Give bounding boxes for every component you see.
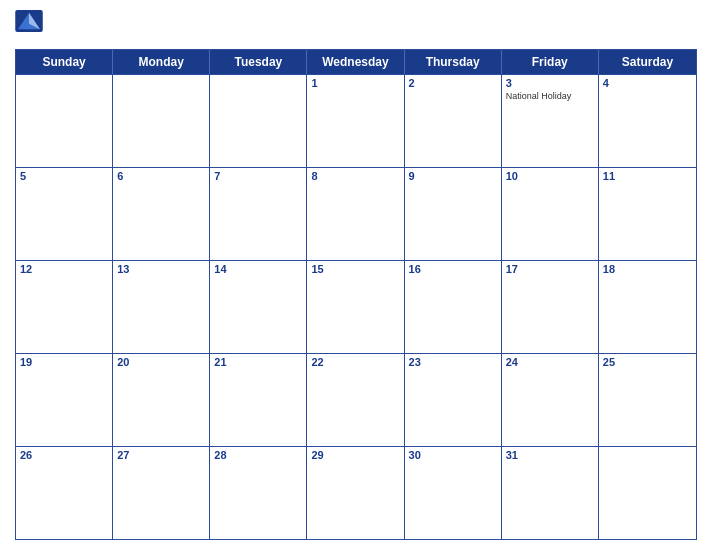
day-cell-empty-0 [16, 75, 113, 167]
day-cell-30: 30 [405, 447, 502, 539]
day-number: 8 [311, 170, 399, 182]
day-number: 9 [409, 170, 497, 182]
day-cell-25: 25 [599, 354, 696, 446]
day-number: 16 [409, 263, 497, 275]
day-cell-13: 13 [113, 261, 210, 353]
week-row-4: 262728293031 [16, 446, 696, 539]
day-number: 18 [603, 263, 692, 275]
week-row-2: 12131415161718 [16, 260, 696, 353]
day-cell-empty-2 [210, 75, 307, 167]
week-row-3: 19202122232425 [16, 353, 696, 446]
day-cell-17: 17 [502, 261, 599, 353]
day-number: 3 [506, 77, 594, 89]
day-number: 23 [409, 356, 497, 368]
day-header-friday: Friday [502, 50, 599, 74]
day-cell-11: 11 [599, 168, 696, 260]
day-cell-7: 7 [210, 168, 307, 260]
day-number: 13 [117, 263, 205, 275]
day-headers: SundayMondayTuesdayWednesdayThursdayFrid… [16, 50, 696, 74]
day-cell-23: 23 [405, 354, 502, 446]
day-number: 22 [311, 356, 399, 368]
day-cell-28: 28 [210, 447, 307, 539]
calendar-grid: SundayMondayTuesdayWednesdayThursdayFrid… [15, 49, 697, 540]
day-number: 20 [117, 356, 205, 368]
day-cell-8: 8 [307, 168, 404, 260]
day-number: 15 [311, 263, 399, 275]
day-number: 26 [20, 449, 108, 461]
day-cell-27: 27 [113, 447, 210, 539]
day-cell-empty-1 [113, 75, 210, 167]
day-cell-19: 19 [16, 354, 113, 446]
holiday-label: National Holiday [506, 91, 594, 102]
week-row-0: 123National Holiday4 [16, 74, 696, 167]
logo-area [15, 10, 43, 45]
day-number: 28 [214, 449, 302, 461]
day-cell-15: 15 [307, 261, 404, 353]
day-header-sunday: Sunday [16, 50, 113, 74]
day-number: 29 [311, 449, 399, 461]
day-number: 17 [506, 263, 594, 275]
day-cell-29: 29 [307, 447, 404, 539]
day-number: 4 [603, 77, 692, 89]
day-header-monday: Monday [113, 50, 210, 74]
week-row-1: 567891011 [16, 167, 696, 260]
day-cell-5: 5 [16, 168, 113, 260]
day-number: 24 [506, 356, 594, 368]
day-number: 6 [117, 170, 205, 182]
day-cell-20: 20 [113, 354, 210, 446]
logo-icon [15, 10, 43, 32]
day-cell-empty-6 [599, 447, 696, 539]
day-number: 14 [214, 263, 302, 275]
day-number: 19 [20, 356, 108, 368]
day-cell-26: 26 [16, 447, 113, 539]
day-cell-3: 3National Holiday [502, 75, 599, 167]
day-cell-21: 21 [210, 354, 307, 446]
day-cell-1: 1 [307, 75, 404, 167]
day-header-wednesday: Wednesday [307, 50, 404, 74]
title-area [43, 10, 617, 12]
calendar-page: SundayMondayTuesdayWednesdayThursdayFrid… [0, 0, 712, 550]
weeks: 123National Holiday456789101112131415161… [16, 74, 696, 539]
day-number: 1 [311, 77, 399, 89]
day-cell-24: 24 [502, 354, 599, 446]
day-cell-6: 6 [113, 168, 210, 260]
day-cell-10: 10 [502, 168, 599, 260]
day-cell-18: 18 [599, 261, 696, 353]
day-cell-4: 4 [599, 75, 696, 167]
day-header-thursday: Thursday [405, 50, 502, 74]
day-number: 11 [603, 170, 692, 182]
country-label [617, 10, 697, 14]
day-number: 5 [20, 170, 108, 182]
day-cell-16: 16 [405, 261, 502, 353]
day-cell-12: 12 [16, 261, 113, 353]
day-number: 10 [506, 170, 594, 182]
day-number: 31 [506, 449, 594, 461]
day-cell-14: 14 [210, 261, 307, 353]
day-cell-9: 9 [405, 168, 502, 260]
day-header-saturday: Saturday [599, 50, 696, 74]
day-number: 12 [20, 263, 108, 275]
day-number: 21 [214, 356, 302, 368]
day-number: 25 [603, 356, 692, 368]
day-cell-2: 2 [405, 75, 502, 167]
day-number: 2 [409, 77, 497, 89]
day-number: 27 [117, 449, 205, 461]
day-cell-31: 31 [502, 447, 599, 539]
day-number: 7 [214, 170, 302, 182]
header [15, 10, 697, 45]
day-header-tuesday: Tuesday [210, 50, 307, 74]
day-number: 30 [409, 449, 497, 461]
day-cell-22: 22 [307, 354, 404, 446]
